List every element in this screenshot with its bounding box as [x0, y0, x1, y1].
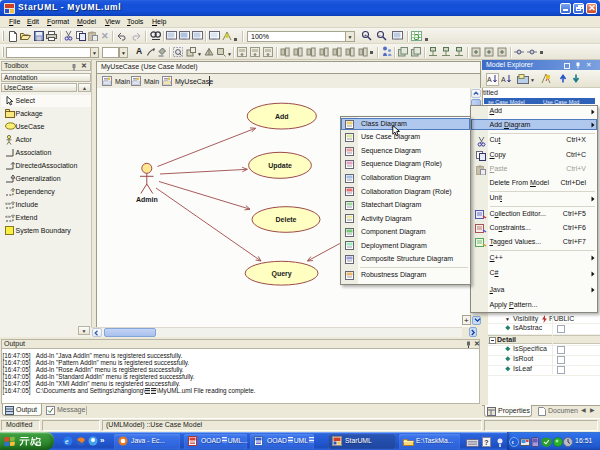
svg-text:Update: Update — [268, 162, 292, 170]
svg-text:Add: Add — [275, 113, 289, 120]
svg-text:Query: Query — [271, 270, 291, 278]
svg-text:«»: «» — [5, 213, 11, 219]
svg-text:Delete: Delete — [275, 216, 296, 223]
svg-text:«»: «» — [5, 200, 11, 206]
svg-text:A: A — [487, 76, 492, 83]
svg-text:e: e — [65, 437, 69, 446]
svg-text:+: + — [364, 32, 368, 38]
svg-text:A: A — [501, 76, 506, 83]
svg-text:Admin: Admin — [136, 196, 158, 203]
svg-text:-: - — [379, 32, 381, 38]
